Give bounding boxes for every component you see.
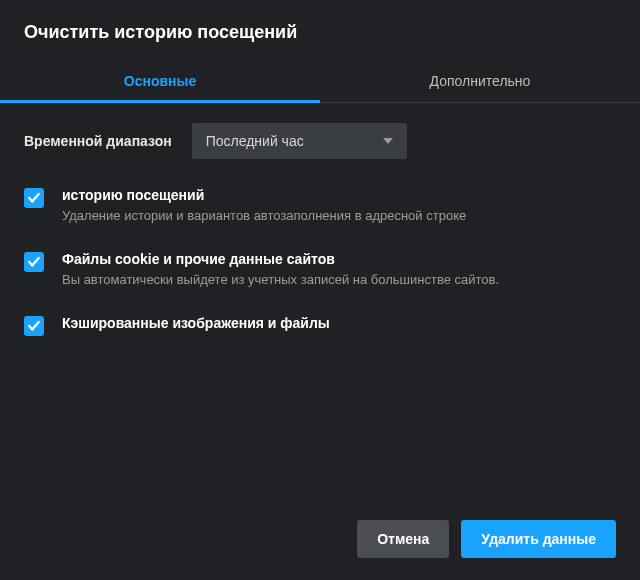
- option-cache: Кэшированные изображения и файлы: [24, 315, 616, 336]
- dialog-title: Очистить историю посещений: [0, 0, 640, 61]
- time-range-row: Временной диапазон Последний час: [24, 123, 616, 159]
- option-title: Кэшированные изображения и файлы: [62, 315, 616, 331]
- clear-browsing-data-dialog: Очистить историю посещений Основные Допо…: [0, 0, 640, 580]
- option-text: Файлы cookie и прочие данные сайтов Вы а…: [62, 251, 616, 289]
- dialog-body: Временной диапазон Последний час историю…: [0, 103, 640, 502]
- option-desc: Удаление истории и вариантов автозаполне…: [62, 207, 616, 225]
- time-range-select[interactable]: Последний час: [192, 123, 407, 159]
- option-text: Кэшированные изображения и файлы: [62, 315, 616, 335]
- cancel-button[interactable]: Отмена: [357, 520, 449, 558]
- option-title: историю посещений: [62, 187, 616, 203]
- option-title: Файлы cookie и прочие данные сайтов: [62, 251, 616, 267]
- checkbox-cache[interactable]: [24, 316, 44, 336]
- time-range-label: Временной диапазон: [24, 133, 172, 149]
- dialog-footer: Отмена Удалить данные: [0, 502, 640, 580]
- check-icon: [27, 255, 41, 269]
- check-icon: [27, 191, 41, 205]
- option-cookies: Файлы cookie и прочие данные сайтов Вы а…: [24, 251, 616, 289]
- tab-basic[interactable]: Основные: [0, 61, 320, 102]
- check-icon: [27, 319, 41, 333]
- time-range-value: Последний час: [206, 133, 304, 149]
- option-browsing-history: историю посещений Удаление истории и вар…: [24, 187, 616, 225]
- tabs: Основные Дополнительно: [0, 61, 640, 103]
- option-text: историю посещений Удаление истории и вар…: [62, 187, 616, 225]
- checkbox-cookies[interactable]: [24, 252, 44, 272]
- clear-data-button[interactable]: Удалить данные: [461, 520, 616, 558]
- tab-advanced[interactable]: Дополнительно: [320, 61, 640, 102]
- chevron-down-icon: [383, 138, 393, 144]
- checkbox-browsing-history[interactable]: [24, 188, 44, 208]
- option-desc: Вы автоматически выйдете из учетных запи…: [62, 271, 616, 289]
